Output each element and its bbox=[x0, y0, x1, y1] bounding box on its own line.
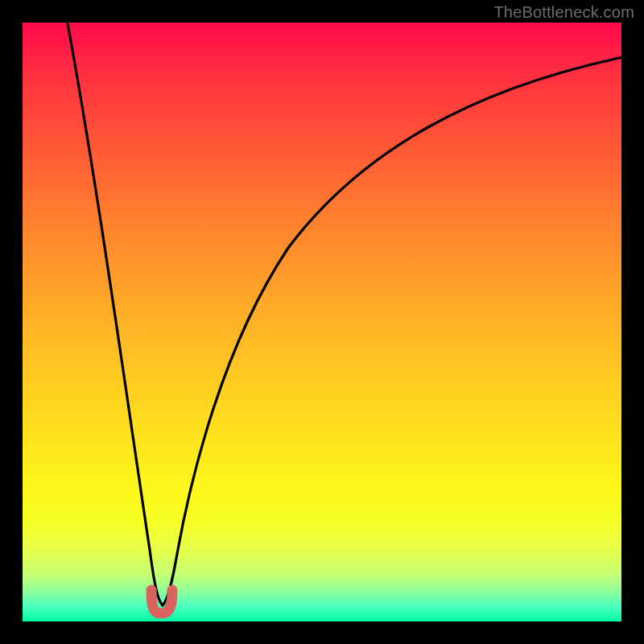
plot-area bbox=[23, 23, 621, 621]
bottleneck-curve bbox=[23, 23, 621, 621]
chart-frame: TheBottleneck.com bbox=[0, 0, 644, 644]
watermark-text: TheBottleneck.com bbox=[493, 3, 634, 22]
